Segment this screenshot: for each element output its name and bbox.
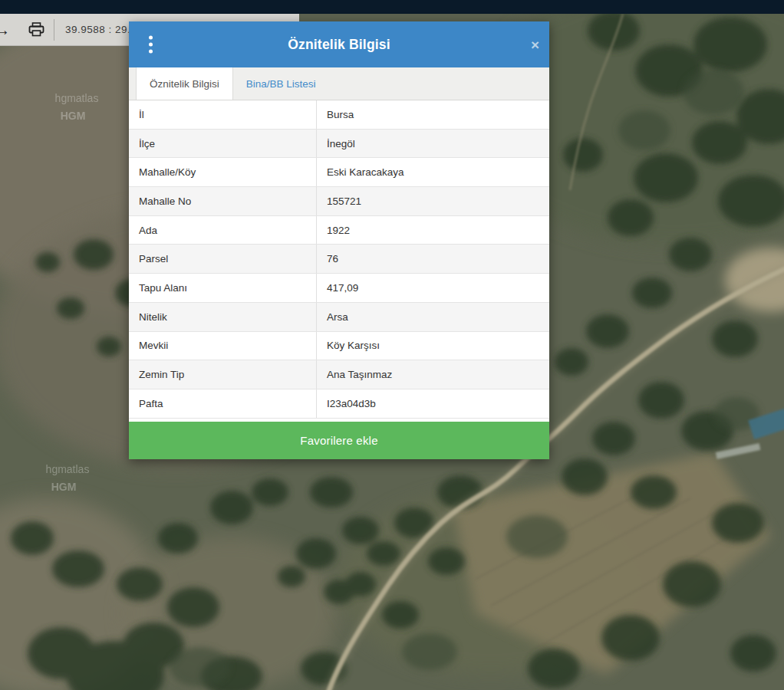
- map-watermark-text: hgmatlas: [55, 92, 99, 104]
- row-value: I23a04d3b: [316, 389, 549, 418]
- row-value: Köy Karşısı: [316, 332, 549, 360]
- row-value: 417,09: [316, 274, 549, 302]
- table-row: İl Bursa: [129, 100, 549, 130]
- map-watermark-text: hgmatlas: [46, 463, 90, 475]
- right-arrow-icon[interactable]: →: [0, 22, 10, 38]
- map-watermark-text: HGM: [51, 481, 77, 493]
- table-row: Pafta I23a04d3b: [129, 389, 549, 419]
- table-row: Ada 1922: [129, 216, 549, 245]
- row-label: Tapu Alanı: [129, 282, 316, 294]
- table-row: Tapu Alanı 417,09: [129, 274, 549, 303]
- row-label: Mahalle/Köy: [129, 166, 316, 178]
- row-label: Pafta: [129, 398, 316, 409]
- map-watermark-text: HGM: [61, 110, 86, 122]
- attribute-table: İl Bursa İlçe İnegöl Mahalle/Köy Eski Ka…: [129, 100, 549, 419]
- row-value: 76: [316, 245, 549, 273]
- row-value: 155721: [316, 187, 549, 215]
- modal-header: Öznitelik Bilgisi ×: [129, 21, 549, 67]
- row-value: 1922: [316, 216, 549, 245]
- row-label: İlçe: [129, 138, 316, 150]
- attribute-info-modal: Öznitelik Bilgisi × Öznitelik Bilgisi Bi…: [129, 21, 549, 459]
- row-value: Ana Taşınmaz: [316, 360, 549, 389]
- row-value: Eski Karacakaya: [316, 158, 549, 186]
- tab-bina-bb-listesi[interactable]: Bina/BB Listesi: [233, 67, 329, 100]
- row-value: Bursa: [316, 100, 549, 129]
- table-row: Zemin Tip Ana Taşınmaz: [129, 360, 549, 389]
- row-label: Ada: [129, 225, 316, 236]
- table-row: Mahalle No 155721: [129, 187, 549, 216]
- row-value: İnegöl: [316, 130, 549, 158]
- table-row: İlçe İnegöl: [129, 130, 549, 159]
- toolbar-divider: [54, 19, 54, 41]
- modal-tabs: Öznitelik Bilgisi Bina/BB Listesi: [129, 67, 549, 100]
- row-label: Mahalle No: [129, 196, 316, 207]
- row-label: Zemin Tip: [129, 369, 316, 380]
- modal-title: Öznitelik Bilgisi: [288, 37, 390, 53]
- table-row: Parsel 76: [129, 245, 549, 274]
- printer-icon[interactable]: [28, 22, 44, 37]
- tab-oznitelik-bilgisi[interactable]: Öznitelik Bilgisi: [136, 67, 233, 100]
- modal-footer: Favorilere ekle: [129, 419, 549, 459]
- top-navy-bar: [0, 0, 784, 14]
- row-label: Mevkii: [129, 340, 316, 351]
- close-icon[interactable]: ×: [531, 38, 539, 52]
- table-row: Nitelik Arsa: [129, 303, 549, 332]
- kebab-menu-icon[interactable]: [146, 33, 156, 57]
- row-label: Nitelik: [129, 311, 316, 323]
- add-to-favorites-button[interactable]: Favorilere ekle: [129, 422, 549, 459]
- row-label: İl: [129, 109, 316, 120]
- row-value: Arsa: [316, 303, 549, 331]
- row-label: Parsel: [129, 253, 316, 264]
- table-row: Mevkii Köy Karşısı: [129, 332, 549, 361]
- table-row: Mahalle/Köy Eski Karacakaya: [129, 158, 549, 187]
